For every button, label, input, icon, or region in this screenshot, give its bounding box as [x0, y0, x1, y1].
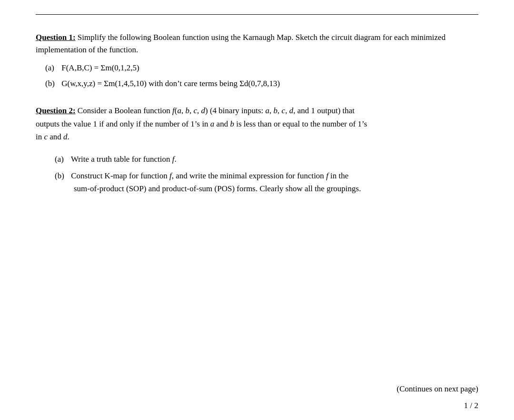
question-1-text: Simplify the following Boolean function … — [36, 33, 445, 54]
page-number: 1 / 2 — [464, 401, 478, 410]
question-2-title: Question 2: — [36, 106, 76, 115]
question-1-block: Question 1: Simplify the following Boole… — [36, 31, 478, 90]
q1-part-a-text: F(A,B,C) = Σm(0,1,2,5) — [61, 63, 139, 72]
question-2-parts: (a) Write a truth table for function f. … — [36, 153, 478, 195]
question-2-block: Question 2: Consider a Boolean function … — [36, 104, 478, 195]
q1-part-b: (b) G(w,x,y,z) = Σm(1,4,5,10) with don’t… — [45, 77, 478, 90]
q2-intro-text: Consider a Boolean function f(a, b, c, d… — [36, 106, 367, 141]
q2-part-b-label: (b) — [55, 169, 69, 182]
q1-part-b-label: (b) — [45, 77, 59, 90]
q1-part-a: (a) F(A,B,C) = Σm(0,1,2,5) — [45, 61, 478, 74]
question-1-parts: (a) F(A,B,C) = Σm(0,1,2,5) (b) G(w,x,y,z… — [36, 61, 478, 90]
q2-part-a-label: (a) — [55, 153, 69, 166]
top-divider — [36, 14, 478, 15]
continues-text: (Continues on next page) — [397, 384, 478, 394]
q1-part-a-label: (a) — [45, 61, 59, 74]
q2-part-a: (a) Write a truth table for function f. — [55, 153, 478, 166]
question-2-intro: Question 2: Consider a Boolean function … — [36, 104, 478, 143]
q2-part-b-line2: sum-of-product (SOP) and product-of-sum … — [74, 184, 361, 193]
question-1-title: Question 1: — [36, 33, 76, 42]
q2-part-b: (b) Construct K-map for function f, and … — [55, 169, 478, 195]
question-1-heading: Question 1: Simplify the following Boole… — [36, 31, 478, 56]
q2-part-b-continuation: sum-of-product (SOP) and product-of-sum … — [55, 182, 478, 195]
q2-part-b-text: Construct K-map for function f, and writ… — [71, 171, 348, 180]
q2-part-a-text: Write a truth table for function f. — [71, 155, 177, 164]
page: Question 1: Simplify the following Boole… — [0, 0, 514, 420]
q1-part-b-text: G(w,x,y,z) = Σm(1,4,5,10) with don’t car… — [61, 79, 280, 88]
